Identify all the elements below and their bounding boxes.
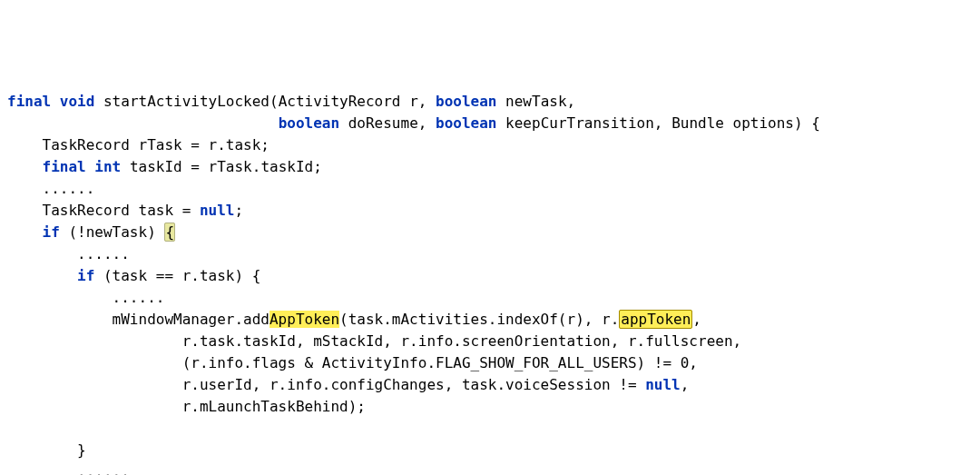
code-text [7, 114, 279, 132]
code-text: (r.info.flags & ActivityInfo.FLAG_SHOW_F… [7, 354, 698, 371]
code-line-7: if (!newTask) { [7, 223, 175, 242]
code-text: (task.mActivities.indexOf(r), r. [339, 311, 619, 328]
code-text: , [692, 311, 701, 328]
code-text: r.task.taskId, mStackId, r.info.screenOr… [7, 332, 741, 350]
code-text: startActivityLocked(ActivityRecord r, [94, 93, 436, 110]
code-line-6: TaskRecord task = null; [7, 202, 243, 219]
code-line-2: boolean doResume, boolean keepCurTransit… [7, 114, 820, 132]
keyword-void: void [60, 93, 95, 110]
keyword-boolean: boolean [279, 114, 339, 132]
code-text: ...... [7, 289, 164, 306]
code-line-1: final void startActivityLocked(ActivityR… [7, 93, 575, 110]
code-line-11: mWindowManager.addAppToken(task.mActivit… [7, 310, 701, 329]
code-text [7, 223, 43, 241]
code-text: newTask, [496, 93, 575, 110]
brace-open-match: { [164, 223, 175, 242]
keyword-if: if [43, 223, 60, 241]
code-text: keepCurTransition, Bundle options) { [496, 114, 819, 132]
code-line-9: if (task == r.task) { [7, 267, 260, 284]
highlight-apptoken-method: AppToken [270, 311, 339, 328]
code-text: doResume, [339, 114, 436, 132]
keyword-final: final [43, 158, 86, 175]
code-line-15: r.mLaunchTaskBehind); [7, 398, 366, 415]
highlight-apptoken-field: appToken [619, 310, 692, 329]
code-text [7, 158, 43, 175]
code-text: taskId = rTask.taskId; [121, 158, 322, 175]
code-line-18: ...... [7, 463, 130, 475]
keyword-null: null [200, 202, 235, 219]
code-text: ; [234, 202, 243, 219]
code-text: TaskRecord task = [7, 202, 200, 219]
code-text: ...... [7, 463, 130, 475]
keyword-boolean: boolean [436, 93, 496, 110]
code-text: mWindowManager.add [7, 311, 270, 328]
code-text: , [681, 376, 690, 393]
code-text [7, 267, 77, 284]
keyword-null: null [645, 376, 681, 393]
keyword-int: int [94, 158, 121, 175]
code-text: TaskRecord rTask = r.task; [7, 136, 270, 153]
keyword-boolean: boolean [436, 114, 496, 132]
code-line-13: (r.info.flags & ActivityInfo.FLAG_SHOW_F… [7, 354, 698, 371]
code-line-17: } [7, 441, 86, 459]
code-line-8: ...... [7, 245, 130, 262]
code-line-3: TaskRecord rTask = r.task; [7, 136, 270, 153]
code-line-10: ...... [7, 289, 164, 306]
code-text: r.userId, r.info.configChanges, task.voi… [7, 376, 645, 393]
code-line-5: ...... [7, 180, 94, 197]
code-text: (!newTask) [60, 223, 165, 241]
code-line-12: r.task.taskId, mStackId, r.info.screenOr… [7, 332, 741, 350]
code-text [86, 158, 95, 175]
keyword-final: final [7, 93, 51, 110]
code-text: (task == r.task) { [94, 267, 260, 284]
code-text: ...... [7, 245, 130, 262]
code-line-4: final int taskId = rTask.taskId; [7, 158, 322, 175]
code-text: r.mLaunchTaskBehind); [7, 398, 366, 415]
keyword-if: if [77, 267, 94, 284]
code-text: ...... [7, 180, 94, 197]
code-line-14: r.userId, r.info.configChanges, task.voi… [7, 376, 689, 393]
code-text: } [7, 441, 86, 459]
